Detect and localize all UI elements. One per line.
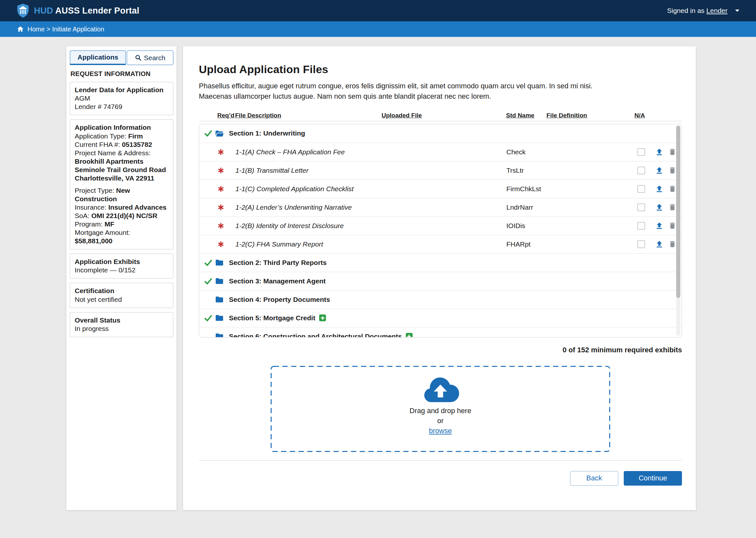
upload-icon[interactable] — [655, 203, 664, 212]
column-header-uploaded-file[interactable]: Uploaded File — [381, 112, 422, 119]
na-cell — [631, 241, 651, 248]
section-row[interactable]: Section 5: Mortgage Credit — [199, 309, 681, 327]
upload-cell — [651, 203, 667, 212]
description-line-1: Phasellus efficitur, augue eget rutrum c… — [199, 82, 593, 90]
na-checkbox[interactable] — [637, 148, 645, 156]
signed-in-menu[interactable]: Signed in as Lender — [667, 7, 740, 15]
column-header-reqd[interactable]: Req’d — [217, 112, 234, 119]
certification-card: Certification Not yet certified — [70, 283, 173, 308]
section-folder-cell — [215, 314, 227, 322]
breadcrumb[interactable]: Home > Initiate Application — [0, 21, 756, 37]
column-header-na[interactable]: N/A — [634, 112, 645, 119]
delete-icon[interactable] — [668, 240, 677, 248]
tab-applications-label: Applications — [77, 53, 118, 61]
application-info-title: Application Information — [75, 123, 169, 132]
na-checkbox[interactable] — [637, 222, 645, 230]
page-layout: Applications Search REQUEST INFORMATION … — [66, 46, 696, 510]
section-row[interactable]: Section 3: Management Agent — [199, 272, 681, 290]
info-line: SoA: OMI 221(d)(4) NC/SR — [75, 212, 169, 220]
delete-icon[interactable] — [668, 203, 677, 211]
delete-icon[interactable] — [668, 185, 677, 193]
info-line: Project Name & Address: — [75, 149, 169, 157]
na-checkbox[interactable] — [637, 203, 645, 211]
na-checkbox[interactable] — [637, 167, 645, 174]
table-scrollbar-thumb[interactable] — [676, 126, 680, 298]
na-cell — [631, 203, 651, 211]
section-folder-cell — [215, 277, 227, 285]
info-line: Project Type: New Construction — [75, 186, 169, 203]
lender-data-title: Lender Data for Application — [75, 85, 169, 94]
delete-icon[interactable] — [668, 222, 677, 230]
signed-in-prefix: Signed in as — [667, 7, 705, 15]
section-row[interactable]: Section 4: Property Documents — [199, 290, 681, 309]
file-row: 1-2(C) FHA Summary Report FHARpt — [199, 235, 681, 253]
column-header-file-description[interactable]: File Description — [235, 112, 281, 119]
page-title: Upload Application Files — [199, 63, 682, 76]
main-panel: Upload Application Files Phasellus effic… — [183, 46, 696, 510]
section-check-cell — [204, 314, 215, 322]
file-row: 1-1(B) Transmittal Letter TrsLtr — [199, 161, 681, 180]
file-row: 1-2(B) Identity of Interest Disclosure I… — [199, 216, 681, 235]
browse-link[interactable]: browse — [429, 427, 452, 435]
info-line: Application Type: Firm — [75, 132, 169, 140]
tab-applications[interactable]: Applications — [70, 50, 126, 65]
continue-button[interactable]: Continue — [624, 471, 682, 486]
file-dropzone[interactable]: Drag and drop here or browse — [271, 366, 610, 452]
section-row[interactable]: Section 6: Construction and Architectura… — [199, 327, 681, 338]
file-row: 1-2(A) Lender’s Underwriting Narrative L… — [199, 198, 681, 216]
breadcrumb-text[interactable]: Home > Initiate Application — [27, 26, 104, 33]
file-std-name: FHARpt — [506, 241, 631, 248]
upload-icon[interactable] — [655, 240, 664, 249]
footer-buttons: Back Continue — [199, 471, 682, 486]
info-line: Insurance: Insured Advances — [75, 203, 169, 212]
section-complete-check-icon — [204, 277, 213, 285]
required-cell — [218, 167, 235, 174]
brand-name: AUSS Lender Portal — [55, 6, 139, 16]
back-button[interactable]: Back — [570, 471, 618, 486]
column-header-std-name[interactable]: Std Name — [506, 112, 534, 119]
info-line: Program: MF — [75, 220, 169, 228]
lender-number: Lender # 74769 — [75, 103, 169, 111]
file-description: 1-1(C) Completed Application Checklist — [235, 185, 506, 193]
section-row[interactable]: Section 1: Underwriting — [199, 124, 681, 143]
upload-icon[interactable] — [655, 185, 664, 193]
chevron-down-icon[interactable] — [735, 9, 740, 13]
section-complete-check-icon — [204, 129, 213, 137]
add-file-icon[interactable] — [406, 333, 413, 338]
required-exhibits-summary: 0 of 152 minimum required exhibits — [199, 346, 682, 354]
table-header-rule — [199, 121, 682, 121]
upload-icon[interactable] — [655, 166, 664, 175]
na-checkbox[interactable] — [637, 185, 645, 193]
lender-name: AGM — [75, 94, 169, 103]
info-line: Charlottesville, VA 22911 — [75, 174, 169, 183]
tab-search[interactable]: Search — [127, 50, 173, 65]
file-description: 1-2(A) Lender’s Underwriting Narrative — [235, 203, 506, 211]
table-scrollbar[interactable] — [676, 126, 680, 336]
certification-status: Not yet certified — [75, 296, 169, 304]
upload-cell — [651, 185, 667, 193]
delete-icon[interactable] — [668, 148, 677, 156]
info-line: Brookhill Apartments — [75, 157, 169, 166]
application-exhibits-status: Incomplete — 0/152 — [75, 266, 169, 274]
home-icon[interactable] — [17, 26, 24, 33]
required-cell — [218, 241, 235, 247]
folder-closed-icon — [215, 259, 224, 266]
description-line-2: Maecenas ullamcorper luctus augue. Nam n… — [199, 92, 491, 100]
signed-in-user-link[interactable]: Lender — [707, 7, 728, 15]
file-description: 1-1(A) Check – FHA Application Fee — [235, 148, 506, 156]
na-checkbox[interactable] — [637, 241, 645, 248]
file-table-body: Section 1: Underwriting 1-1(A) Check – F… — [199, 124, 681, 338]
overall-status-card: Overall Status In progress — [70, 312, 173, 337]
section-row[interactable]: Section 2: Third Party Reports — [199, 253, 681, 272]
section-label: Section 2: Third Party Reports — [229, 259, 327, 267]
upload-icon[interactable] — [655, 221, 664, 230]
section-label: Section 6: Construction and Architectura… — [229, 333, 402, 338]
request-information-heading: REQUEST INFORMATION — [71, 70, 173, 78]
column-header-file-definition[interactable]: File Definition — [546, 112, 587, 119]
add-file-icon[interactable] — [319, 314, 326, 321]
file-std-name: Check — [506, 148, 631, 156]
delete-icon[interactable] — [668, 166, 677, 174]
upload-icon[interactable] — [655, 147, 664, 157]
info-line: Mortgage Amount: $58,881,000 — [75, 228, 169, 245]
section-complete-check-icon — [204, 258, 213, 267]
